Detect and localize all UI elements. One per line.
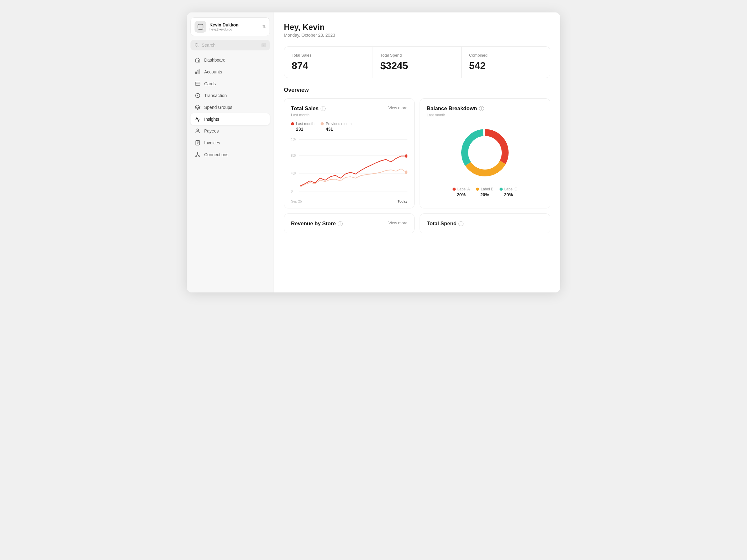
view-more-button[interactable]: View more [388, 105, 407, 110]
search-bar[interactable]: Search / [190, 40, 270, 50]
balance-breakdown-card: Balance Breakdown i Last month [419, 98, 550, 209]
legend-dot [320, 122, 324, 125]
sidebar-item-accounts[interactable]: Accounts [190, 66, 270, 78]
stat-combined: Combined 542 [462, 47, 550, 78]
chevron-icon: ⇅ [262, 24, 266, 29]
sidebar-item-invoices[interactable]: Invoices [190, 137, 270, 149]
stat-total-sales: Total Sales 874 [284, 47, 373, 78]
svg-rect-6 [196, 82, 200, 85]
chart-header: Revenue by Store i View more [291, 220, 407, 227]
legend-value: 431 [320, 127, 352, 132]
stat-label: Total Sales [292, 53, 365, 58]
bottom-row: Revenue by Store i View more Total Spend… [284, 213, 550, 233]
total-sales-chart-card: Total Sales i View more Last month Last … [284, 98, 415, 209]
search-shortcut: / [261, 43, 266, 47]
svg-point-1 [195, 44, 198, 46]
chart-legend: Last month 231 Previous month 431 [291, 122, 407, 132]
legend-label-b: Label B 20% [476, 187, 493, 197]
credit-card-icon [195, 81, 201, 86]
legend-prev-month: Previous month 431 [320, 122, 352, 132]
legend-last-month: Last month 231 [291, 122, 314, 132]
chart-header: Total Sales i View more [291, 105, 407, 112]
chart-header: Total Spend i [427, 220, 543, 227]
total-spend-card: Total Spend i [419, 213, 550, 233]
info-icon[interactable]: i [320, 106, 326, 111]
svg-point-10 [197, 129, 199, 131]
svg-rect-3 [196, 72, 197, 74]
sidebar-item-label: Invoices [204, 140, 220, 145]
donut-dot [499, 188, 503, 191]
chart-header: Balance Breakdown i [427, 105, 543, 112]
stat-total-spend: Total Spend $3245 [373, 47, 462, 78]
line-chart-svg: 1.2k 800 400 0 [291, 136, 407, 198]
nav-menu: Dashboard Accounts Cards T [190, 54, 270, 161]
sidebar-item-label: Connections [204, 152, 229, 157]
stats-row: Total Sales 874 Total Spend $3245 Combin… [284, 46, 550, 78]
legend-label-a: Label A 20% [453, 187, 470, 197]
chart-subtitle: Last month [291, 113, 407, 117]
sidebar-item-label: Cards [204, 81, 216, 86]
user-name: Kevin Dukkon [209, 22, 259, 27]
svg-rect-0 [198, 24, 203, 30]
sidebar-item-label: Accounts [204, 70, 222, 74]
donut-pct: 20% [480, 192, 489, 197]
sidebar-item-cards[interactable]: Cards [190, 78, 270, 89]
svg-line-20 [198, 155, 199, 156]
sidebar-item-label: Insights [204, 117, 219, 122]
sidebar-item-transaction[interactable]: Transaction [190, 89, 270, 101]
stat-label: Total Spend [380, 53, 454, 58]
info-icon[interactable]: i [459, 221, 463, 226]
page-header: Hey, Kevin Monday, October 23, 2023 [284, 22, 550, 38]
avatar [195, 21, 206, 33]
user-icon [195, 128, 201, 134]
sidebar-item-payees[interactable]: Payees [190, 125, 270, 137]
x-label-start: Sep 25 [291, 199, 302, 203]
transaction-icon [195, 93, 201, 98]
chart-title: Balance Breakdown i [427, 105, 484, 112]
sidebar-item-spend-groups[interactable]: Spend Groups [190, 101, 270, 113]
info-icon[interactable]: i [479, 106, 484, 111]
stat-value: 542 [469, 60, 542, 72]
greeting: Hey, Kevin [284, 22, 550, 32]
stat-value: $3245 [380, 60, 454, 72]
legend-dot [291, 122, 294, 125]
search-icon [194, 43, 199, 48]
info-icon[interactable]: i [338, 221, 343, 226]
chart-title: Total Sales i [291, 105, 326, 112]
legend-label-text: Last month [296, 122, 314, 126]
overview-title: Overview [284, 87, 550, 93]
sidebar-item-dashboard[interactable]: Dashboard [190, 54, 270, 66]
donut-dot [476, 188, 479, 191]
svg-line-19 [196, 155, 198, 156]
main-content: Hey, Kevin Monday, October 23, 2023 Tota… [274, 12, 560, 292]
chart-title: Total Spend i [427, 220, 463, 227]
legend-label-text: Previous month [326, 122, 352, 126]
chart-title: Revenue by Store i [291, 220, 343, 227]
x-label-end: Today [397, 199, 407, 203]
user-email: hey@kevdu.co [209, 27, 259, 31]
donut-dot [453, 188, 456, 191]
svg-text:1.2k: 1.2k [291, 137, 296, 141]
view-more-button[interactable]: View more [388, 220, 407, 225]
user-profile[interactable]: Kevin Dukkon hey@kevdu.co ⇅ [190, 18, 270, 36]
home-icon [195, 57, 201, 63]
sidebar-item-insights[interactable]: Insights [190, 113, 270, 125]
sidebar-item-label: Dashboard [204, 58, 226, 62]
layers-icon [195, 105, 201, 110]
revenue-by-store-card: Revenue by Store i View more [284, 213, 415, 233]
svg-text:800: 800 [291, 153, 296, 157]
donut-svg [457, 125, 513, 181]
date-subtitle: Monday, October 23, 2023 [284, 33, 550, 38]
donut-pct: 20% [504, 192, 513, 197]
donut-legend: Label A 20% Label B 20% [427, 187, 543, 197]
donut-label: Label C [504, 187, 517, 191]
sidebar-item-connections[interactable]: Connections [190, 149, 270, 161]
svg-point-15 [197, 153, 198, 153]
svg-text:0: 0 [291, 189, 292, 193]
donut-label: Label A [457, 187, 470, 191]
donut-pct: 20% [457, 192, 466, 197]
chart-subtitle: Last month [427, 113, 543, 117]
sidebar-item-label: Spend Groups [204, 105, 232, 110]
app-container: Kevin Dukkon hey@kevdu.co ⇅ Search / Das… [187, 12, 560, 292]
donut-chart [427, 122, 543, 184]
